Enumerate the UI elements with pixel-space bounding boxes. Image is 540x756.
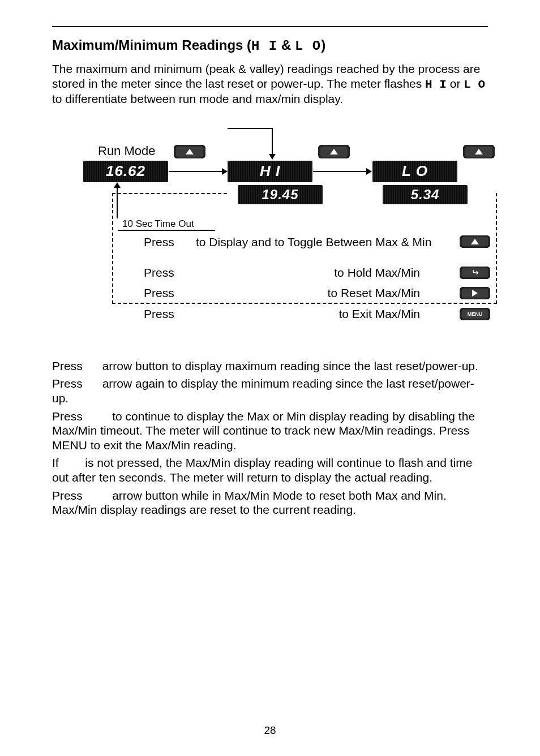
arrow-run-to-hi bbox=[169, 171, 226, 172]
lcd-hi-label: H I bbox=[228, 161, 312, 182]
section-title: Maximum/Minimum Readings (H I & L O) bbox=[52, 37, 488, 54]
instr-desc-toggle: to Display and to Toggle Between Max & M… bbox=[196, 235, 443, 249]
instr-desc-hold: to Hold Max/Min bbox=[212, 266, 427, 280]
up-button-icon bbox=[174, 145, 205, 158]
horizontal-rule bbox=[52, 26, 488, 27]
press-label: Press bbox=[144, 266, 179, 280]
intro-a: The maximum and minimum (peak & valley) … bbox=[52, 62, 480, 90]
intro-lo: L O bbox=[464, 78, 485, 91]
instr-desc-exit: to Exit Max/Min bbox=[212, 307, 427, 321]
press-label: Press bbox=[144, 286, 179, 300]
right-button-icon bbox=[460, 287, 490, 299]
title-sep: & bbox=[277, 37, 295, 53]
body-p2: Press arrow again to display the minimum… bbox=[52, 376, 488, 405]
title-lo: L O bbox=[295, 38, 321, 54]
press-label: Press bbox=[144, 307, 179, 321]
intro-paragraph: The maximum and minimum (peak & valley) … bbox=[52, 62, 488, 106]
intro-c: to differentiate between run mode and ma… bbox=[52, 92, 343, 105]
up-button-icon bbox=[318, 145, 350, 158]
intro-b: or bbox=[447, 77, 464, 90]
run-mode-label: Run Mode bbox=[98, 144, 156, 158]
instr-row-toggle: Press to Display and to Toggle Between M… bbox=[144, 235, 495, 249]
instr-row-reset: Press to Reset Max/Min bbox=[144, 286, 495, 300]
body-p3: Press to continue to display the Max or … bbox=[52, 409, 488, 453]
body-p1: Press arrow button to display maximum re… bbox=[52, 359, 488, 373]
up-button-icon bbox=[460, 235, 490, 248]
instr-desc-reset: to Reset Max/Min bbox=[212, 286, 427, 300]
instr-row-exit: Press to Exit Max/Min MENU bbox=[144, 307, 495, 321]
up-button-icon bbox=[463, 145, 495, 158]
arrow-into-hi bbox=[272, 128, 273, 158]
arrow-hi-to-lo bbox=[313, 171, 371, 172]
state-diagram: Run Mode 16.62 H I 19.45 L O 5.34 10 Sec… bbox=[63, 117, 499, 354]
instr-row-hold: Press to Hold Max/Min ↵ bbox=[144, 266, 495, 280]
intro-hi: H I bbox=[425, 78, 447, 91]
diagram-top-line bbox=[228, 128, 273, 129]
press-label: Press bbox=[144, 235, 179, 249]
page-number: 28 bbox=[264, 724, 276, 737]
title-hi: H I bbox=[251, 38, 277, 54]
title-prefix: Maximum/Minimum Readings ( bbox=[52, 37, 251, 53]
title-suffix: ) bbox=[321, 37, 325, 53]
body-p4: If is not pressed, the Max/Min display r… bbox=[52, 456, 488, 484]
enter-button-icon: ↵ bbox=[460, 267, 490, 279]
lcd-lo-label: L O bbox=[372, 161, 457, 182]
lcd-run-value: 16.62 bbox=[83, 161, 168, 182]
menu-button-icon: MENU bbox=[460, 308, 490, 320]
body-p5: Press arrow button while in Max/Min Mode… bbox=[52, 488, 488, 517]
